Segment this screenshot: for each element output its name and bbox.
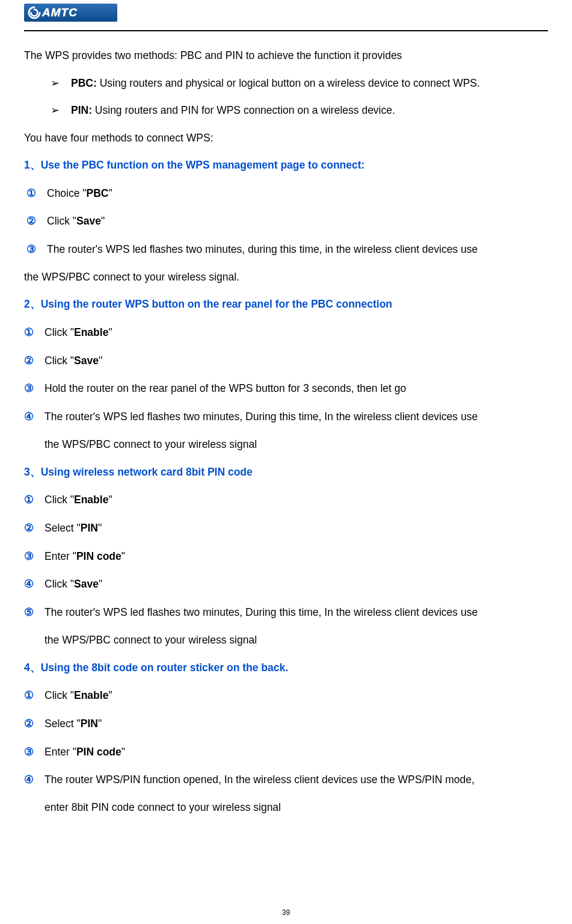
step-post: " xyxy=(99,355,102,367)
section3-step1: ① Click "Enable" xyxy=(24,486,548,514)
section1-step2: ② Click "Save" xyxy=(24,207,548,235)
step-post: " xyxy=(99,578,102,590)
page: AMTC The WPS provides two methods: PBC a… xyxy=(0,0,572,924)
bullet-pbc: ➢ PBC: Using routers and physical or log… xyxy=(24,70,548,98)
step-pre: Click " xyxy=(45,689,74,701)
step-post: " xyxy=(98,522,102,534)
step-bold: PIN code xyxy=(76,746,121,758)
section2-step2: ② Click "Save" xyxy=(24,347,548,375)
circled-number-icon: ① xyxy=(24,486,45,514)
brand-text: AMTC xyxy=(42,6,78,19)
step-bold: Save xyxy=(74,578,99,590)
circled-number-icon: ③ xyxy=(24,738,45,766)
circled-number-icon: ③ xyxy=(24,542,45,571)
step-bold: PIN xyxy=(81,522,98,534)
step-bold: PIN xyxy=(81,718,98,730)
step-bold: Enable xyxy=(74,689,108,701)
step-text: Select "PIN" xyxy=(45,515,548,542)
circled-number-icon: ② xyxy=(24,347,45,375)
page-number: 39 xyxy=(0,908,572,917)
circled-number-icon: ① xyxy=(24,681,45,710)
step-pre: Enter " xyxy=(45,550,76,562)
section3-step3: ③ Enter "PIN code" xyxy=(24,542,548,571)
step-text: Enter "PIN code" xyxy=(45,739,548,766)
circled-number-icon: ① xyxy=(26,179,47,208)
section4-step1: ① Click "Enable" xyxy=(24,681,548,710)
circled-number-icon: ① xyxy=(24,318,45,347)
bullet-pbc-desc: Using routers and physical or logical bu… xyxy=(97,77,480,89)
bullet-mark-icon: ➢ xyxy=(51,70,71,98)
step-pre: Enter " xyxy=(45,746,76,758)
circled-number-icon: ⑤ xyxy=(24,598,45,627)
bullet-pbc-label: PBC: xyxy=(71,77,97,89)
circled-number-icon: ③ xyxy=(26,235,47,264)
bullet-mark-icon: ➢ xyxy=(51,97,71,125)
step-text: The router WPS/PIN function opened, In t… xyxy=(45,766,548,794)
step-post: " xyxy=(101,215,105,227)
step-text: Choice "PBC" xyxy=(47,180,548,208)
section3-step2: ② Select "PIN" xyxy=(24,514,548,542)
section4-heading: 4、Using the 8bit code on router sticker … xyxy=(24,654,548,682)
step-pre: Select " xyxy=(45,522,81,534)
section3-heading: 3、Using wireless network card 8bit PIN c… xyxy=(24,459,548,486)
step-bold: PBC xyxy=(87,187,109,199)
step-text: Click "Enable" xyxy=(45,319,548,347)
circled-number-icon: ③ xyxy=(24,374,45,403)
step-text: Hold the router on the rear panel of the… xyxy=(45,375,548,403)
step-pre: Click " xyxy=(45,355,74,367)
header-divider xyxy=(24,30,548,31)
section1-step3: ③ The router's WPS led flashes two minut… xyxy=(24,235,548,264)
methods-intro: You have four methods to connect WPS: xyxy=(24,125,548,152)
step-post: " xyxy=(98,718,102,730)
section3-step4: ④ Click "Save" xyxy=(24,570,548,598)
step-text: Click "Save" xyxy=(47,208,548,235)
body: The WPS provides two methods: PBC and PI… xyxy=(24,42,548,822)
step-text: Enter "PIN code" xyxy=(45,543,548,571)
step-bold: Save xyxy=(76,215,101,227)
bullet-pin-text: PIN: Using routers and PIN for WPS conne… xyxy=(71,97,548,125)
step-text: Click "Enable" xyxy=(45,682,548,710)
circled-number-icon: ④ xyxy=(24,570,45,598)
brand-logo: AMTC xyxy=(24,4,117,22)
bullet-pin-label: PIN: xyxy=(71,104,92,116)
step-post: " xyxy=(121,746,125,758)
section4-step3: ③ Enter "PIN code" xyxy=(24,738,548,766)
step-text: Click "Enable" xyxy=(45,486,548,514)
step-pre: Click " xyxy=(45,494,74,506)
swirl-icon xyxy=(28,6,41,19)
step-bold: Enable xyxy=(74,494,108,506)
section3-step5: ⑤ The router's WPS led flashes two minut… xyxy=(24,598,548,627)
step-text: The router's WPS led flashes two minutes… xyxy=(45,403,548,431)
step-post: " xyxy=(108,494,112,506)
section4-step2: ② Select "PIN" xyxy=(24,710,548,738)
step-text: The router's WPS led flashes two minutes… xyxy=(47,236,548,264)
step-text: Click "Save" xyxy=(45,347,548,375)
step-text: The router's WPS led flashes two minutes… xyxy=(45,599,548,627)
section3-step5-cont: the WPS/PBC connect to your wireless sig… xyxy=(24,627,548,654)
step-bold: Save xyxy=(74,355,99,367)
section1-heading: 1、Use the PBC function on the WPS manage… xyxy=(24,152,548,179)
circled-number-icon: ④ xyxy=(24,766,45,794)
intro-text: The WPS provides two methods: PBC and PI… xyxy=(24,42,548,70)
step-pre: Select " xyxy=(45,718,81,730)
step-text: Click "Save" xyxy=(45,571,548,598)
circled-number-icon: ② xyxy=(24,710,45,738)
bullet-pin: ➢ PIN: Using routers and PIN for WPS con… xyxy=(24,97,548,125)
section1-step1: ① Choice "PBC" xyxy=(24,179,548,208)
section2-step1: ① Click "Enable" xyxy=(24,318,548,347)
section2-step4-cont: the WPS/PBC connect to your wireless sig… xyxy=(24,431,548,459)
section2-step4: ④ The router's WPS led flashes two minut… xyxy=(24,403,548,431)
step-post: " xyxy=(121,550,125,562)
bullet-pin-desc: Using routers and PIN for WPS connection… xyxy=(92,104,395,116)
section4-step4: ④ The router WPS/PIN function opened, In… xyxy=(24,766,548,794)
circled-number-icon: ④ xyxy=(24,403,45,431)
step-bold: PIN code xyxy=(76,550,121,562)
step-pre: Click " xyxy=(45,578,74,590)
step-pre: Choice " xyxy=(47,187,87,199)
step-post: " xyxy=(108,326,112,338)
section1-step3-cont: the WPS/PBC connect to your wireless sig… xyxy=(24,264,548,291)
circled-number-icon: ② xyxy=(24,514,45,542)
section4-step4-cont: enter 8bit PIN code connect to your wire… xyxy=(24,794,548,822)
step-post: " xyxy=(108,689,112,701)
bullet-pbc-text: PBC: Using routers and physical or logic… xyxy=(71,70,548,98)
